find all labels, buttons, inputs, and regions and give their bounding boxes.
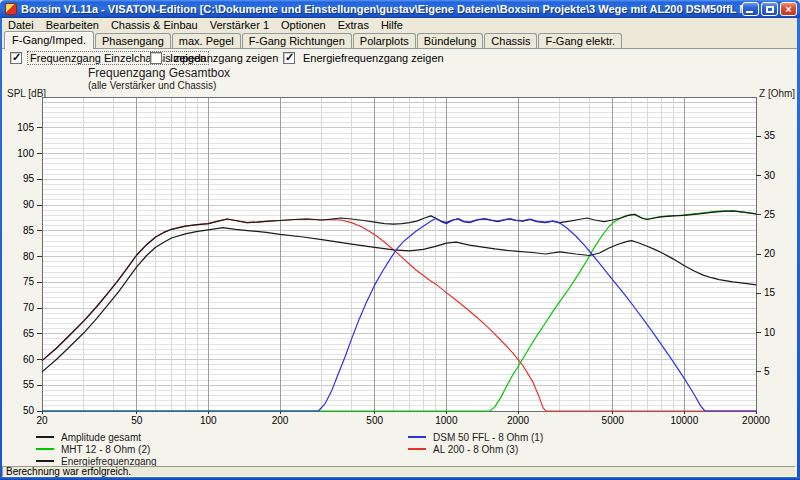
legend-label: MHT 12 - 8 Ohm (2) (61, 444, 150, 455)
menu-bar: Datei Bearbeiten Chassis & Einbau Verstä… (2, 18, 797, 31)
legend-item-al200: AL 200 - 8 Ohm (3) (408, 443, 518, 455)
close-button[interactable]: × (780, 2, 797, 16)
legend-swatch (36, 460, 54, 462)
app-icon (5, 3, 17, 15)
restore-icon (766, 6, 774, 13)
status-bar: Berechnung war erfolgreich. (2, 466, 797, 477)
y-axis-right-label: Z [Ohm] (759, 88, 795, 99)
tab-fgang-imped[interactable]: F-Gang/Imped. (4, 31, 94, 49)
checkbox-icon (10, 52, 22, 64)
y-axis-left-label: SPL [dB] (7, 88, 46, 99)
menu-item-chassis-einbau[interactable]: Chassis & Einbau (105, 19, 204, 31)
chart-title: Frequenzgang Gesamtbox (88, 66, 230, 80)
tab-buendelung[interactable]: Bündelung (417, 33, 484, 48)
minimize-button[interactable] (742, 2, 759, 16)
checkbox-impedanzgang[interactable]: Impedanzgang zeigen (150, 51, 281, 65)
legend-swatch (36, 436, 54, 438)
window-border-left (0, 18, 2, 480)
legend-swatch (408, 436, 426, 438)
tab-phasengang[interactable]: Phasengang (95, 33, 171, 48)
tab-max-pegel[interactable]: max. Pegel (172, 33, 241, 48)
legend-label: AL 200 - 8 Ohm (3) (433, 444, 518, 455)
checkbox-energiefrequenzgang[interactable]: Energiefrequenzgang zeigen (283, 51, 447, 65)
legend-swatch (408, 448, 426, 450)
minimize-icon (746, 11, 753, 13)
legend-item-mht12: MHT 12 - 8 Ohm (2) (36, 443, 150, 455)
tab-strip: F-Gang/Imped. Phasengang max. Pegel F-Ga… (2, 31, 797, 48)
legend-label: Energiefrequenzgang (61, 456, 157, 467)
chart-subtitle: (alle Verstärker und Chassis) (88, 80, 216, 91)
menu-item-datei[interactable]: Datei (2, 19, 40, 31)
legend-label: Amplitude gesamt (61, 432, 141, 443)
menu-item-hilfe[interactable]: Hilfe (375, 19, 409, 31)
tab-polarplots[interactable]: Polarplots (353, 33, 416, 48)
checkbox-icon (150, 52, 162, 64)
menu-item-extras[interactable]: Extras (332, 19, 375, 31)
legend-item-amplitude-gesamt: Amplitude gesamt (36, 431, 141, 443)
tab-fgang-richtungen[interactable]: F-Gang Richtungen (242, 33, 352, 48)
checkbox-label: Energiefrequenzgang zeigen (300, 51, 447, 65)
menu-item-verstaerker[interactable]: Verstärker 1 (204, 19, 275, 31)
checkbox-label: Impedanzgang zeigen (167, 51, 281, 65)
app-window: Boxsim V1.11a - VISATON-Edition [C:\Doku… (0, 0, 800, 480)
legend-label: DSM 50 FFL - 8 Ohm (1) (433, 432, 543, 443)
tab-page (2, 48, 797, 466)
legend-swatch (36, 448, 54, 450)
restore-button[interactable] (761, 2, 778, 16)
menu-item-bearbeiten[interactable]: Bearbeiten (40, 19, 105, 31)
close-icon: × (785, 3, 791, 15)
window-controls: × (742, 2, 797, 16)
status-message: Berechnung war erfolgreich. (2, 466, 796, 477)
menu-item-optionen[interactable]: Optionen (275, 19, 332, 31)
window-title: Boxsim V1.11a - VISATON-Edition [C:\Doku… (21, 3, 742, 15)
tab-fgang-elektr[interactable]: F-Gang elektr. (538, 33, 622, 48)
checkbox-icon (283, 52, 295, 64)
tab-chassis[interactable]: Chassis (484, 33, 537, 48)
legend-item-dsm50ffl: DSM 50 FFL - 8 Ohm (1) (408, 431, 543, 443)
title-bar: Boxsim V1.11a - VISATON-Edition [C:\Doku… (0, 0, 800, 18)
